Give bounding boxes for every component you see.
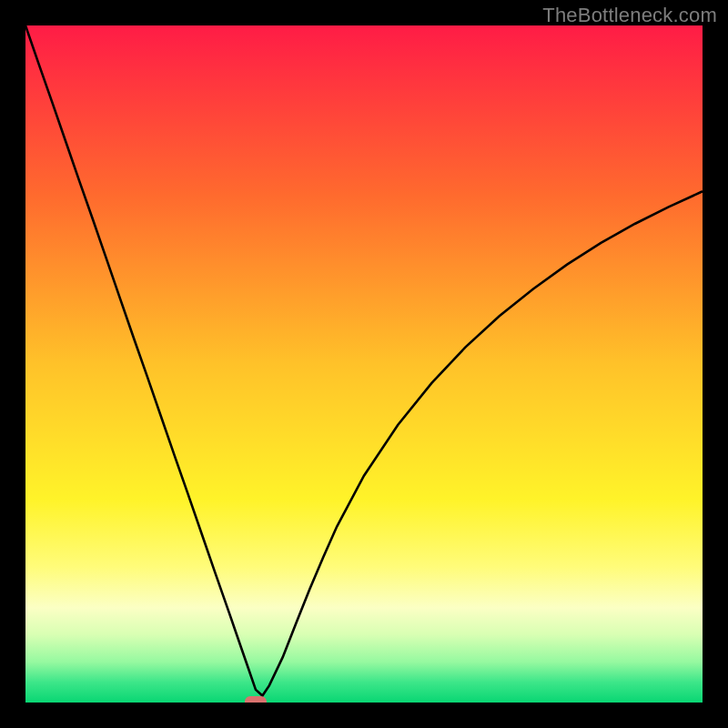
attribution-label: TheBottleneck.com xyxy=(542,4,717,27)
bottleneck-chart xyxy=(25,25,703,703)
chart-frame: TheBottleneck.com xyxy=(0,0,728,728)
gradient-background xyxy=(25,25,703,703)
plot-area xyxy=(25,25,703,703)
minimum-marker xyxy=(245,696,267,703)
